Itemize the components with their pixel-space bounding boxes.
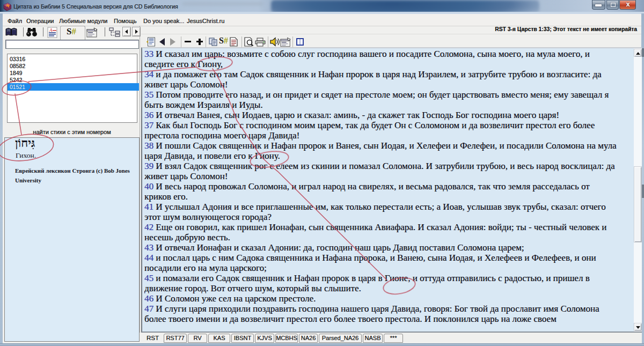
svg-text:A: A bbox=[49, 27, 53, 33]
